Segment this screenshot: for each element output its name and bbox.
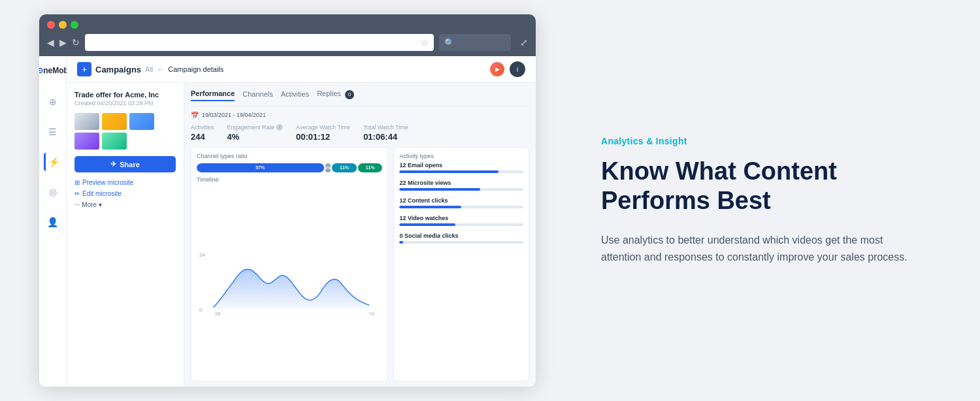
svg-text:24: 24 [199, 252, 206, 258]
campaign-title: Trade offer for Acme, Inc [74, 91, 176, 99]
sidebar-icon-content[interactable]: ◎ [44, 183, 62, 201]
content-clicks-bar-bg [399, 206, 523, 208]
activity-social-clicks: 0 Social media clicks [399, 233, 523, 244]
stat-total-watch: Total Watch Time 01:06:44 [363, 124, 408, 142]
chevron-down-icon: ▾ [99, 201, 102, 208]
stats-row: Activities 244 Engagement Rate i 4% [191, 124, 529, 142]
video-watches-label: 12 Video watches [399, 215, 523, 221]
stat-avg-watch-value: 00:01:12 [296, 132, 350, 142]
social-clicks-bar [399, 241, 403, 244]
page-wrapper: ◀ ▶ ↻ ☆ 🔍 ⤢ ⊙neMob ⊕ ☰ ⚡ [0, 0, 980, 401]
stat-engagement-value: 4% [227, 132, 284, 142]
social-clicks-label: 0 Social media clicks [399, 233, 523, 239]
app-content: ⊙neMob ⊕ ☰ ⚡ ◎ 👤 + Campaigns All ← Camp [39, 56, 536, 387]
left-links: ⊞ Preview microsite ✏ Edit microsite ···… [74, 179, 176, 208]
stat-avg-watch-label: Average Watch Time [296, 124, 350, 131]
ratio-seg-green: 11% [358, 163, 383, 172]
video-watches-bar-bg [399, 223, 523, 226]
right-text-section: Analytics & Insight Know What Content Pe… [575, 123, 941, 278]
svg-text:7d: 7d [369, 311, 374, 316]
svg-text:0: 0 [199, 307, 203, 313]
logo-area: ⊙neMob [39, 64, 69, 81]
ratio-seg-teal: 11% [332, 163, 357, 172]
thumb-row-2 [74, 133, 176, 150]
info-icon: i [276, 124, 283, 131]
main-area: + Campaigns All ← Campaign details ▶ i [67, 56, 536, 387]
svg-text:06: 06 [215, 311, 220, 316]
refresh-button[interactable]: ↻ [72, 37, 80, 48]
star-icon: ☆ [420, 37, 429, 48]
all-link[interactable]: All [145, 65, 153, 73]
ratio-seg-gray: 2% [325, 163, 331, 172]
thumbnail-5 [102, 133, 127, 150]
sidebar-icon-campaigns[interactable]: ☰ [44, 123, 62, 141]
activity-video-watches: 12 Video watches [399, 215, 523, 226]
preview-link[interactable]: ⊞ Preview microsite [74, 179, 176, 186]
dot-red[interactable] [47, 21, 55, 29]
thumbnail-3 [129, 113, 154, 130]
search-box[interactable]: 🔍 [439, 34, 511, 51]
back-button[interactable]: ◀ [47, 37, 54, 48]
sidebar: ⊙neMob ⊕ ☰ ⚡ ◎ 👤 [39, 56, 67, 387]
campaign-details-label: Campaign details [168, 65, 223, 73]
breadcrumb: + Campaigns All ← Campaign details [77, 62, 223, 76]
browser-dots [47, 21, 528, 29]
browser-window: ◀ ▶ ↻ ☆ 🔍 ⤢ ⊙neMob ⊕ ☰ ⚡ [39, 14, 536, 387]
charts-row: Channel types ratio 57% 2% 11% 11% Timel… [191, 147, 529, 382]
date-row: 📅 19/03/2021 - 19/04/2021 [191, 112, 529, 119]
chart-box-right: Activity types 12 Email opens 22 Microsi… [393, 147, 529, 382]
stat-avg-watch: Average Watch Time 00:01:12 [296, 124, 350, 142]
thumb-row-1 [74, 113, 176, 130]
tab-channels[interactable]: Channels [242, 90, 272, 101]
browser-bar: ◀ ▶ ↻ ☆ 🔍 ⤢ [47, 34, 528, 51]
more-link[interactable]: ··· More ▾ [74, 201, 176, 208]
header-actions: ▶ i [490, 61, 525, 77]
stat-activities-label: Activities [191, 124, 214, 131]
timeline-label: Timeline [197, 176, 382, 183]
activity-email-opens: 12 Email opens [399, 162, 523, 173]
tab-activities[interactable]: Activities [281, 90, 309, 101]
stat-total-watch-label: Total Watch Time [363, 124, 408, 131]
sidebar-icon-home[interactable]: ⊕ [44, 93, 62, 111]
expand-icon[interactable]: ⤢ [520, 37, 528, 48]
ratio-bar: 57% 2% 11% 11% [197, 163, 382, 172]
timeline-svg: 24 0 06 7d [197, 188, 382, 376]
share-icon: ✈ [110, 160, 116, 168]
calendar-icon: 📅 [191, 112, 199, 119]
left-panel: Trade offer for Acme, Inc Created 04/20/… [67, 83, 184, 387]
tab-performance[interactable]: Performance [191, 89, 235, 101]
ratio-seg-blue: 57% [197, 163, 324, 172]
add-button[interactable]: + [77, 62, 91, 76]
content-clicks-label: 12 Content clicks [399, 197, 523, 204]
url-bar[interactable]: ☆ [85, 34, 434, 51]
play-button[interactable]: ▶ [490, 62, 504, 76]
microsite-views-bar-bg [399, 188, 523, 191]
activity-microsite-views: 22 Microsite views [399, 180, 523, 191]
share-button[interactable]: ✈ Share [74, 156, 176, 172]
stat-activities-value: 244 [191, 132, 214, 142]
stat-engagement-label: Engagement Rate i [227, 124, 284, 131]
forward-button[interactable]: ▶ [59, 37, 67, 48]
timeline-chart: 24 0 06 7d [197, 188, 382, 376]
right-panel: Performance Channels Activities Replies … [184, 83, 536, 387]
dot-green[interactable] [71, 21, 78, 29]
edit-icon: ✏ [74, 190, 80, 197]
browser-chrome: ◀ ▶ ↻ ☆ 🔍 ⤢ [39, 14, 536, 56]
video-watches-bar [399, 223, 455, 226]
campaign-date: Created 04/20/2021 03:28 PM [74, 100, 176, 106]
dot-yellow[interactable] [59, 21, 67, 29]
thumbnail-4 [74, 133, 99, 150]
main-heading: Know What Content Performs Best [601, 157, 915, 216]
microsite-views-bar [399, 188, 480, 191]
sidebar-icon-contacts[interactable]: 👤 [44, 213, 62, 231]
search-icon: 🔍 [444, 38, 455, 48]
edit-link[interactable]: ✏ Edit microsite [74, 190, 176, 197]
avatar[interactable]: i [510, 61, 525, 77]
tab-replies[interactable]: Replies 0 [317, 89, 354, 102]
tag-line: Analytics & Insight [601, 136, 915, 146]
top-header: + Campaigns All ← Campaign details ▶ i [67, 56, 536, 83]
replies-badge: 0 [345, 90, 354, 99]
sidebar-icon-analytics[interactable]: ⚡ [44, 153, 62, 171]
date-range: 19/03/2021 - 19/04/2021 [202, 112, 266, 118]
description: Use analytics to better understand which… [601, 232, 915, 265]
